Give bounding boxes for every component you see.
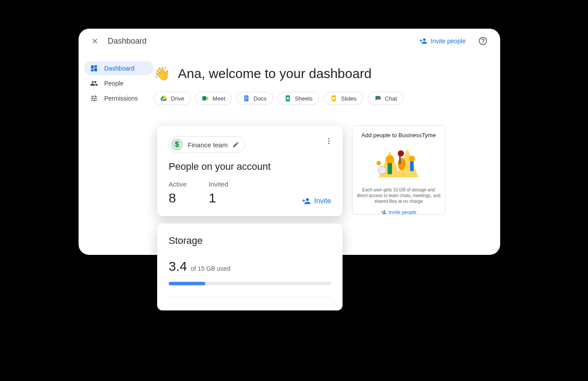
- more-vert-icon[interactable]: [325, 137, 333, 145]
- wave-emoji: 👋: [154, 66, 170, 81]
- drive-icon: [160, 95, 167, 102]
- sidebar-item-dashboard[interactable]: Dashboard: [84, 61, 154, 75]
- svg-rect-13: [399, 155, 401, 164]
- app-chip-slides[interactable]: Slides: [324, 92, 363, 105]
- storage-title: Storage: [169, 235, 331, 247]
- sidebar-item-label: Permissions: [104, 95, 138, 102]
- page-title: Dashboard: [108, 37, 147, 46]
- person-add-icon: [419, 37, 427, 45]
- person-add-icon: [302, 197, 311, 205]
- storage-usage-line: 3.4 of 15 GB used: [169, 259, 331, 274]
- app-chip-chat[interactable]: Chat: [368, 92, 403, 105]
- app-chip-meet[interactable]: Meet: [195, 92, 232, 105]
- docs-icon: [243, 95, 250, 102]
- sidebar-item-label: People: [104, 80, 124, 87]
- svg-point-19: [328, 138, 330, 139]
- svg-point-18: [377, 161, 381, 165]
- sidebar-item-people[interactable]: People: [84, 76, 154, 90]
- chip-label: Meet: [212, 95, 225, 102]
- invited-stat: Invited 1: [209, 180, 228, 205]
- band-illustration: [370, 142, 427, 182]
- person-add-icon: [381, 209, 386, 215]
- welcome-row: 👋 Ana, welcome to your dashboard: [154, 66, 488, 81]
- pencil-icon: [232, 141, 239, 148]
- sidebar: Dashboard People Permissions: [79, 53, 154, 255]
- svg-point-14: [398, 150, 404, 157]
- invited-count: 1: [209, 190, 228, 205]
- svg-rect-16: [410, 161, 414, 171]
- chip-label: Drive: [171, 95, 184, 102]
- chip-label: Chat: [385, 95, 397, 102]
- svg-point-12: [398, 158, 406, 170]
- team-pill[interactable]: $ Finance team: [169, 136, 245, 153]
- svg-rect-11: [388, 163, 392, 174]
- chip-label: Sheets: [295, 95, 313, 102]
- chip-label: Docs: [253, 95, 267, 102]
- svg-point-20: [328, 141, 330, 142]
- svg-point-10: [385, 155, 394, 164]
- storage-used-number: 3.4: [169, 259, 187, 273]
- sidebar-item-label: Dashboard: [104, 65, 135, 72]
- app-chip-drive[interactable]: Drive: [154, 92, 191, 105]
- app-chip-sheets[interactable]: Sheets: [278, 92, 319, 105]
- dollar-icon: $: [171, 138, 183, 151]
- divider: [169, 297, 331, 297]
- svg-rect-0: [203, 96, 207, 100]
- add-people-title: Add people to BusinessTyme: [357, 132, 441, 138]
- storage-card: Storage 3.4 of 15 GB used: [157, 224, 343, 310]
- invited-label: Invited: [209, 180, 228, 188]
- header-bar: Dashboard Invite people: [79, 29, 500, 53]
- active-label: Active: [169, 180, 187, 188]
- svg-point-17: [378, 166, 386, 174]
- svg-rect-8: [378, 97, 381, 99]
- invite-people-side-link[interactable]: Invite people: [381, 209, 416, 215]
- chat-icon: [374, 95, 381, 102]
- app-chip-docs[interactable]: Docs: [236, 92, 273, 105]
- svg-point-15: [409, 156, 415, 162]
- dashboard-icon: [90, 64, 98, 72]
- app-chips-row: Drive Meet Docs Sheets Slides: [154, 92, 488, 105]
- active-stat: Active 8: [169, 180, 187, 205]
- invite-people-top-label: Invite people: [431, 37, 466, 45]
- team-name: Finance team: [188, 141, 228, 149]
- invite-people-top-button[interactable]: Invite people: [419, 37, 466, 45]
- storage-used-suffix: of 15 GB used: [191, 265, 230, 272]
- add-people-desc: Each user gets 15 GB of storage and dire…: [357, 187, 441, 204]
- add-people-card: Add people to BusinessTyme Each user get…: [352, 125, 445, 215]
- chip-label: Slides: [341, 95, 356, 102]
- meet-icon: [202, 95, 209, 102]
- people-icon: [90, 79, 98, 87]
- welcome-text: Ana, welcome to your dashboard: [178, 66, 372, 81]
- active-count: 8: [169, 190, 187, 205]
- storage-progress-fill: [169, 282, 205, 285]
- svg-rect-3: [245, 98, 248, 98]
- svg-point-21: [328, 143, 330, 144]
- invite-people-side-label: Invite people: [389, 209, 416, 215]
- sidebar-item-permissions[interactable]: Permissions: [84, 91, 154, 105]
- people-card: $ Finance team People on your account Ac…: [157, 126, 343, 216]
- stats-row: Active 8 Invited 1 Invite: [169, 180, 331, 205]
- invite-button-label: Invite: [314, 197, 331, 205]
- slides-icon: [330, 95, 337, 102]
- invite-button[interactable]: Invite: [302, 197, 331, 205]
- svg-rect-2: [245, 97, 248, 97]
- close-icon[interactable]: [91, 37, 99, 45]
- people-card-title: People on your account: [169, 161, 331, 172]
- tune-icon: [90, 94, 98, 102]
- svg-rect-4: [245, 99, 247, 100]
- svg-rect-7: [333, 97, 335, 99]
- sheets-icon: [284, 95, 291, 102]
- help-icon[interactable]: [478, 36, 488, 46]
- storage-progress-bar: [169, 282, 331, 285]
